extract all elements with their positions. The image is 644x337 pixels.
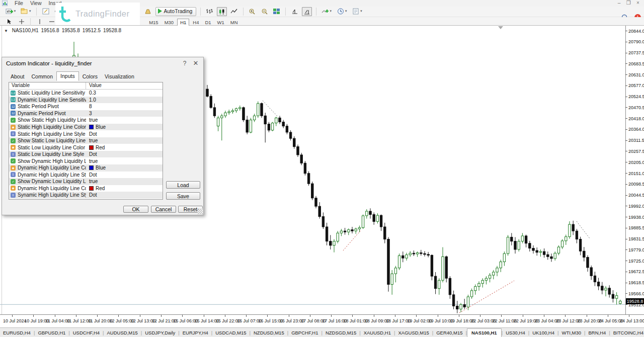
- close-button[interactable]: ×: [634, 0, 642, 6]
- autotrading-button[interactable]: AutoTrading: [155, 7, 197, 16]
- symbol-tab-usdcad-m15[interactable]: USDCAD,M15: [212, 329, 249, 336]
- menu-file[interactable]: File: [11, 0, 27, 7]
- symbol-tab-nzdsgd-m15[interactable]: NZDSGD,M15: [323, 329, 359, 336]
- symbol-tab-ger40-m15[interactable]: GER40,M15: [433, 329, 465, 336]
- input-row[interactable]: 1.2Dynamic Liquidity Line Sensitivity1.0: [9, 97, 163, 104]
- input-row[interactable]: ✓Show Static Low Liquidity Linetrue: [9, 137, 163, 144]
- templates-icon[interactable]: [351, 7, 361, 16]
- variable-value[interactable]: true: [89, 179, 98, 184]
- profiles-icon[interactable]: [20, 7, 30, 16]
- timeframe-m15[interactable]: M15: [146, 19, 160, 26]
- input-row[interactable]: 12Static Period Pivot8: [9, 103, 163, 110]
- dialog-close-icon[interactable]: ✕: [190, 57, 201, 69]
- bool-type-icon: ✓: [11, 179, 16, 184]
- input-row[interactable]: ✓Show Static High Liquidity Linetrue: [9, 117, 163, 124]
- timeframe-d1[interactable]: D1: [202, 19, 213, 26]
- market-depth-icon[interactable]: [143, 7, 153, 16]
- price-tick-label: 20737.5: [628, 50, 644, 55]
- variable-value[interactable]: true: [89, 158, 98, 164]
- symbol-tab-gbpusd-h1[interactable]: GBPUSD,H1: [35, 329, 68, 336]
- tab-colors[interactable]: Colors: [79, 72, 101, 81]
- symbol-tab-eurjpy-h4[interactable]: EURJPY,H4: [180, 329, 211, 336]
- resize-grip[interactable]: [197, 209, 203, 214]
- ok-button[interactable]: OK: [123, 206, 148, 213]
- timeframe-w1[interactable]: W1: [215, 19, 227, 26]
- timeframe-h1[interactable]: H1: [177, 19, 189, 26]
- variable-value[interactable]: Blue: [96, 165, 106, 171]
- symbol-tab-xagusd-m15[interactable]: XAGUSD,M15: [395, 329, 432, 336]
- symbol-tab-usdchf-h4[interactable]: USDCHF,H4: [70, 329, 103, 336]
- periods-icon[interactable]: [336, 7, 346, 16]
- bar-chart-icon[interactable]: [204, 7, 214, 16]
- symbol-tab-usdjpy-daily[interactable]: USDJPY,Daily: [142, 329, 178, 336]
- symbol-tab-bitcoinc-h4[interactable]: BITCOINC,H4: [610, 329, 644, 336]
- variable-value[interactable]: Red: [96, 145, 105, 150]
- variable-value[interactable]: true: [89, 138, 98, 143]
- line-chart-icon[interactable]: [229, 7, 239, 16]
- tab-common[interactable]: Common: [28, 72, 56, 81]
- symbol-tab-eurusd-h4[interactable]: EURUSD,H4: [0, 329, 34, 336]
- variable-name: Dynamic High Liquidity Line Style: [18, 172, 86, 178]
- minimize-button[interactable]: –: [615, 0, 623, 6]
- restore-button[interactable]: ❐: [624, 0, 632, 6]
- symbol-tab-nas100-h1[interactable]: NAS100,H1: [467, 328, 502, 337]
- dialog-title-bar[interactable]: Custom Indicator - liquidity_finder ? ✕: [2, 57, 203, 69]
- load-button[interactable]: Load: [166, 181, 200, 189]
- symbol-tab-xauusd-h1[interactable]: XAUUSD,H1: [361, 329, 394, 336]
- input-row[interactable]: ✓Show Dynamic High Liquidity Linetrue: [9, 157, 163, 164]
- variable-value[interactable]: Dot: [89, 151, 97, 157]
- variable-value[interactable]: Dot: [89, 172, 97, 178]
- zoom-out-icon[interactable]: [260, 7, 270, 16]
- input-row[interactable]: 1.2Static Liquidity Line Sensitivity0.3: [9, 90, 163, 97]
- symbol-tab-us30-h4[interactable]: US30,H4: [503, 329, 528, 336]
- variable-value[interactable]: 0.3: [89, 90, 96, 96]
- style-type-icon: ≡: [11, 152, 16, 157]
- symbol-tab-uk100-h4[interactable]: UK100,H4: [529, 329, 557, 336]
- new-chart-icon[interactable]: [4, 7, 14, 16]
- indicators-icon[interactable]: [320, 7, 330, 16]
- chart-shift-marker-icon[interactable]: [498, 26, 503, 29]
- input-row[interactable]: ≡Dynamic High Liquidity Line StyleDot: [9, 172, 163, 179]
- tab-visualization[interactable]: Visualization: [101, 72, 138, 81]
- input-row[interactable]: ≡Static Low Liquidity Line StyleDot: [9, 151, 163, 158]
- input-row[interactable]: ≡Static High Liquidity Line StyleDot: [9, 130, 163, 137]
- dialog-help-button[interactable]: ?: [179, 57, 190, 69]
- color-type-icon: ◆: [11, 186, 16, 191]
- variable-value[interactable]: Dot: [89, 131, 97, 137]
- variable-value[interactable]: 8: [89, 104, 92, 109]
- variable-value[interactable]: Red: [96, 186, 105, 191]
- tab-about[interactable]: About: [7, 72, 28, 81]
- symbol-tab-nzdusd-m15[interactable]: NZDUSD,M15: [251, 329, 287, 336]
- input-row[interactable]: ✓Show Dynamic Low Liquidity Linetrue: [9, 178, 163, 185]
- timeframe-mn[interactable]: MN: [228, 19, 240, 26]
- inputs-table[interactable]: Variable Value 1.2Static Liquidity Line …: [9, 82, 163, 200]
- input-row[interactable]: ◆Dynamic High Liquidity Line ColorRed: [9, 185, 163, 192]
- cancel-button[interactable]: Cancel: [151, 206, 176, 213]
- variable-value[interactable]: Dot: [89, 192, 97, 198]
- timeframe-h4[interactable]: H4: [190, 19, 201, 26]
- input-row[interactable]: 12Dynamic Period Pivot3: [9, 110, 163, 117]
- input-row[interactable]: ◆Static Low Liquidity Line ColorRed: [9, 144, 163, 151]
- timeframe-m30[interactable]: M30: [162, 19, 176, 26]
- symbol-tab-gbpchf-h1[interactable]: GBPCHF,H1: [288, 329, 321, 336]
- chart-shift-icon[interactable]: [41, 7, 51, 16]
- variable-value[interactable]: 3: [89, 111, 92, 116]
- variable-value[interactable]: true: [89, 117, 98, 123]
- shift-end-icon[interactable]: [290, 7, 300, 16]
- symbol-tab-audusd-m15[interactable]: AUDUSD,M15: [104, 329, 141, 336]
- shift-chart-icon[interactable]: [302, 7, 312, 16]
- menu-view[interactable]: View: [27, 0, 45, 7]
- input-row[interactable]: ◆Static High Liquidity Line ColorBlue: [9, 124, 163, 131]
- input-row[interactable]: ◆Dynamic High Liquidity Line ColorBlue: [9, 164, 163, 172]
- symbol-tab-brn-h4[interactable]: BRN,H4: [585, 329, 609, 336]
- zoom-in-icon[interactable]: [247, 7, 257, 16]
- save-button[interactable]: Save: [166, 192, 200, 200]
- time-axis[interactable]: 10 Jul 202410 Jul 19:0011 Jul 04:0011 Ju…: [0, 314, 644, 327]
- variable-value[interactable]: Blue: [96, 124, 106, 130]
- tab-inputs[interactable]: Inputs: [56, 71, 79, 81]
- symbol-tab-wti-m30[interactable]: WTI,M30: [558, 329, 584, 336]
- input-row[interactable]: ≡Synamic High Liquidity Line StyleDot: [9, 192, 163, 199]
- tile-windows-icon[interactable]: [272, 7, 282, 16]
- candlestick-chart-icon[interactable]: [217, 7, 227, 16]
- variable-value[interactable]: 1.0: [89, 97, 96, 103]
